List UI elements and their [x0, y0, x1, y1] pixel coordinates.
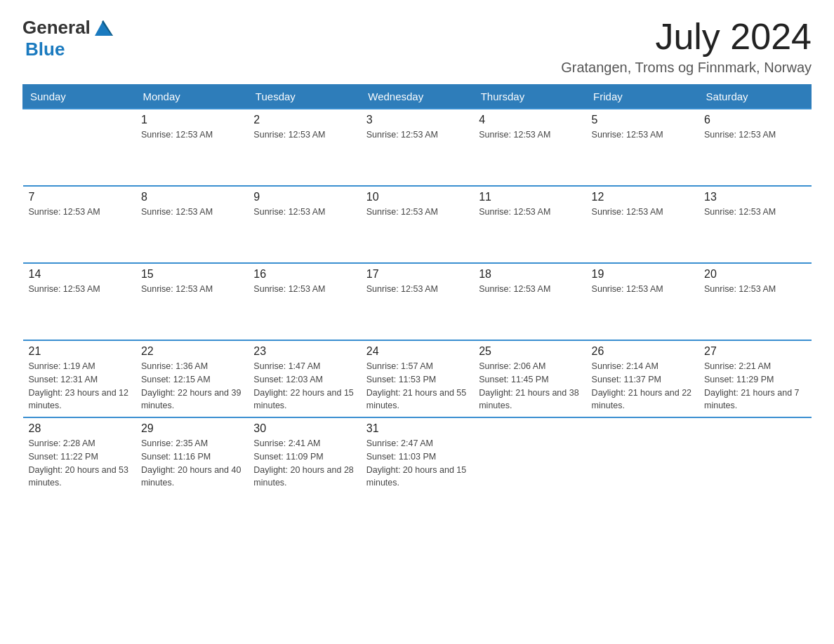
day-number: 11	[479, 191, 580, 203]
day-number: 4	[479, 114, 580, 126]
day-number: 27	[704, 345, 805, 358]
day-number: 18	[479, 268, 580, 281]
day-info: Sunrise: 1:57 AMSunset: 11:53 PMDaylight…	[366, 360, 468, 412]
column-header-sunday: Sunday	[23, 85, 135, 109]
calendar-cell: 25Sunrise: 2:06 AMSunset: 11:45 PMDaylig…	[473, 340, 585, 417]
day-number: 14	[29, 268, 130, 281]
calendar-cell: 6Sunrise: 12:53 AM	[699, 109, 811, 186]
calendar-cell: 11Sunrise: 12:53 AM	[473, 186, 585, 263]
calendar-week-row: 21Sunrise: 1:19 AMSunset: 12:31 AMDaylig…	[23, 340, 812, 417]
day-number: 12	[592, 191, 693, 203]
day-info: Sunrise: 12:53 AM	[253, 128, 355, 142]
day-number: 30	[253, 422, 355, 435]
day-number: 29	[141, 422, 242, 435]
calendar-cell: 5Sunrise: 12:53 AM	[586, 109, 699, 186]
calendar-week-row: 1Sunrise: 12:53 AM2Sunrise: 12:53 AM3Sun…	[23, 109, 812, 186]
calendar-table: SundayMondayTuesdayWednesdayThursdayFrid…	[22, 84, 812, 495]
calendar-cell: 2Sunrise: 12:53 AM	[248, 109, 360, 186]
month-title: July 2024	[561, 17, 812, 57]
day-info: Sunrise: 12:53 AM	[141, 206, 242, 219]
calendar-cell: 21Sunrise: 1:19 AMSunset: 12:31 AMDaylig…	[23, 340, 135, 417]
day-info: Sunrise: 12:53 AM	[592, 283, 693, 296]
day-info: Sunrise: 1:36 AMSunset: 12:15 AMDaylight…	[141, 360, 242, 412]
day-number: 5	[592, 114, 693, 126]
title-block: July 2024 Gratangen, Troms og Finnmark, …	[561, 17, 812, 76]
day-info: Sunrise: 12:53 AM	[141, 283, 242, 296]
day-info: Sunrise: 12:53 AM	[592, 206, 693, 219]
day-info: Sunrise: 12:53 AM	[253, 206, 355, 219]
day-number: 26	[592, 345, 693, 358]
day-info: Sunrise: 2:21 AMSunset: 11:29 PMDaylight…	[704, 360, 805, 412]
calendar-cell: 27Sunrise: 2:21 AMSunset: 11:29 PMDaylig…	[699, 340, 811, 417]
calendar-cell	[473, 417, 585, 495]
logo-blue-text: Blue	[25, 39, 65, 60]
logo-icon	[92, 16, 114, 37]
day-number: 1	[141, 114, 242, 126]
day-info: Sunrise: 2:41 AMSunset: 11:09 PMDaylight…	[253, 437, 355, 490]
column-header-monday: Monday	[135, 85, 248, 109]
day-info: Sunrise: 12:53 AM	[479, 128, 580, 142]
location-title: Gratangen, Troms og Finnmark, Norway	[561, 60, 812, 76]
day-number: 17	[366, 268, 468, 281]
calendar-cell: 31Sunrise: 2:47 AMSunset: 11:03 PMDaylig…	[361, 417, 473, 495]
day-number: 3	[366, 114, 468, 126]
column-header-saturday: Saturday	[699, 85, 811, 109]
day-info: Sunrise: 2:06 AMSunset: 11:45 PMDaylight…	[479, 360, 580, 412]
calendar-cell: 12Sunrise: 12:53 AM	[586, 186, 699, 263]
day-number: 9	[253, 191, 355, 203]
calendar-cell: 7Sunrise: 12:53 AM	[23, 186, 135, 263]
day-number: 16	[253, 268, 355, 281]
calendar-cell: 23Sunrise: 1:47 AMSunset: 12:03 AMDaylig…	[248, 340, 360, 417]
calendar-cell: 10Sunrise: 12:53 AM	[361, 186, 473, 263]
calendar-cell: 16Sunrise: 12:53 AM	[248, 263, 360, 340]
day-info: Sunrise: 12:53 AM	[366, 206, 468, 219]
calendar-cell: 9Sunrise: 12:53 AM	[248, 186, 360, 263]
calendar-cell: 15Sunrise: 12:53 AM	[135, 263, 248, 340]
day-number: 31	[366, 422, 468, 435]
day-info: Sunrise: 12:53 AM	[29, 206, 130, 219]
calendar-cell: 1Sunrise: 12:53 AM	[135, 109, 248, 186]
day-info: Sunrise: 12:53 AM	[141, 128, 242, 142]
calendar-cell	[586, 417, 699, 495]
calendar-cell	[699, 417, 811, 495]
calendar-week-row: 7Sunrise: 12:53 AM8Sunrise: 12:53 AM9Sun…	[23, 186, 812, 263]
day-info: Sunrise: 12:53 AM	[704, 283, 805, 296]
day-number: 23	[253, 345, 355, 358]
day-info: Sunrise: 12:53 AM	[253, 283, 355, 296]
column-header-tuesday: Tuesday	[248, 85, 360, 109]
day-info: Sunrise: 12:53 AM	[479, 206, 580, 219]
day-number: 2	[253, 114, 355, 126]
day-number: 21	[29, 345, 130, 358]
calendar-cell: 24Sunrise: 1:57 AMSunset: 11:53 PMDaylig…	[361, 340, 473, 417]
day-number: 6	[704, 114, 805, 126]
day-info: Sunrise: 12:53 AM	[592, 128, 693, 142]
day-info: Sunrise: 2:28 AMSunset: 11:22 PMDaylight…	[29, 437, 130, 490]
calendar-cell: 8Sunrise: 12:53 AM	[135, 186, 248, 263]
day-number: 22	[141, 345, 242, 358]
calendar-cell: 30Sunrise: 2:41 AMSunset: 11:09 PMDaylig…	[248, 417, 360, 495]
day-info: Sunrise: 2:14 AMSunset: 11:37 PMDaylight…	[592, 360, 693, 412]
day-info: Sunrise: 2:35 AMSunset: 11:16 PMDaylight…	[141, 437, 242, 490]
day-number: 13	[704, 191, 805, 203]
day-number: 15	[141, 268, 242, 281]
calendar-week-row: 14Sunrise: 12:53 AM15Sunrise: 12:53 AM16…	[23, 263, 812, 340]
column-header-thursday: Thursday	[473, 85, 585, 109]
day-info: Sunrise: 12:53 AM	[366, 283, 468, 296]
calendar-week-row: 28Sunrise: 2:28 AMSunset: 11:22 PMDaylig…	[23, 417, 812, 495]
column-header-friday: Friday	[586, 85, 699, 109]
day-info: Sunrise: 2:47 AMSunset: 11:03 PMDaylight…	[366, 437, 468, 490]
logo: General Blue	[22, 17, 114, 60]
logo-general-text: General	[22, 17, 91, 39]
calendar-cell: 4Sunrise: 12:53 AM	[473, 109, 585, 186]
day-info: Sunrise: 12:53 AM	[704, 206, 805, 219]
day-number: 10	[366, 191, 468, 203]
day-info: Sunrise: 1:47 AMSunset: 12:03 AMDaylight…	[253, 360, 355, 412]
calendar-cell: 19Sunrise: 12:53 AM	[586, 263, 699, 340]
calendar-cell: 14Sunrise: 12:53 AM	[23, 263, 135, 340]
day-number: 8	[141, 191, 242, 203]
calendar-cell: 29Sunrise: 2:35 AMSunset: 11:16 PMDaylig…	[135, 417, 248, 495]
day-info: Sunrise: 12:53 AM	[366, 128, 468, 142]
day-number: 28	[29, 422, 130, 435]
column-header-wednesday: Wednesday	[361, 85, 473, 109]
calendar-cell	[23, 109, 135, 186]
